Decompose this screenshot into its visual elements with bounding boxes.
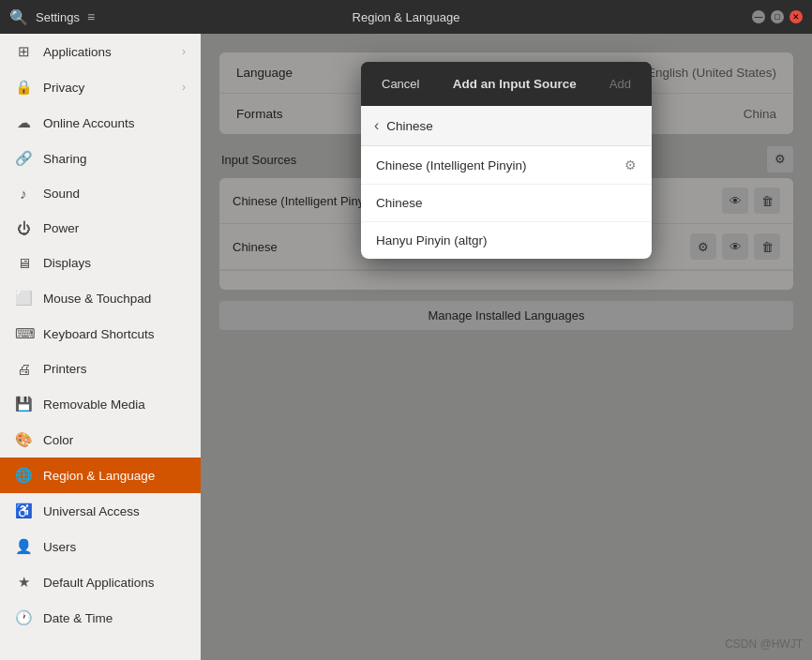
sidebar-item-label: Date & Time: [43, 611, 186, 625]
sidebar: ⊞ Applications › 🔒 Privacy › ☁ Online Ac…: [0, 34, 201, 660]
sidebar-item-label: Default Applications: [43, 576, 186, 590]
sidebar-item-label: Mouse & Touchpad: [43, 292, 186, 306]
keyboard-icon: ⌨: [15, 325, 32, 342]
search-icon[interactable]: 🔍: [9, 8, 28, 26]
sidebar-item-label: Keyboard Shortcuts: [43, 327, 186, 341]
sidebar-item-region-language[interactable]: 🌐 Region & Language: [0, 458, 201, 493]
modal-add-button[interactable]: Add: [602, 73, 639, 95]
sidebar-item-label: Removable Media: [43, 398, 186, 412]
sidebar-item-label: Sharing: [43, 152, 186, 166]
content-area: Language English (United States) Formats…: [201, 34, 812, 660]
sidebar-item-removable-media[interactable]: 💾 Removable Media: [0, 386, 201, 422]
printers-icon: 🖨: [15, 361, 32, 377]
modal-item-label-0: Chinese (Intelligent Pinyin): [376, 158, 527, 172]
region-language-icon: 🌐: [15, 467, 32, 484]
modal-title: Add an Input Source: [434, 77, 594, 91]
sidebar-item-label: Printers: [43, 362, 186, 376]
sidebar-item-keyboard-shortcuts[interactable]: ⌨ Keyboard Shortcuts: [0, 316, 201, 352]
modal-category-title: Chinese: [386, 119, 433, 133]
sidebar-item-date-time[interactable]: 🕐 Date & Time: [0, 600, 201, 636]
main-layout: ⊞ Applications › 🔒 Privacy › ☁ Online Ac…: [0, 34, 812, 660]
universal-access-icon: ♿: [15, 502, 32, 519]
sidebar-item-label: Universal Access: [43, 504, 186, 518]
add-input-source-modal: Cancel Add an Input Source Add ‹ Chinese…: [361, 62, 652, 259]
sidebar-item-sharing[interactable]: 🔗 Sharing: [0, 141, 201, 176]
sidebar-item-label: Online Accounts: [43, 116, 186, 130]
sharing-icon: 🔗: [15, 150, 32, 167]
modal-overlay: Cancel Add an Input Source Add ‹ Chinese…: [201, 34, 812, 660]
minimize-button[interactable]: —: [752, 10, 765, 23]
sidebar-item-label: Color: [43, 433, 186, 447]
sidebar-item-online-accounts[interactable]: ☁ Online Accounts: [0, 105, 201, 141]
gear-icon-0: ⚙: [624, 158, 637, 172]
sidebar-item-default-applications[interactable]: ★ Default Applications: [0, 564, 201, 600]
sound-icon: ♪: [15, 186, 32, 202]
color-icon: 🎨: [15, 431, 32, 448]
displays-icon: 🖥: [15, 255, 32, 271]
modal-back-button[interactable]: ‹: [374, 117, 379, 134]
window-title: Region & Language: [353, 10, 460, 24]
date-time-icon: 🕐: [15, 609, 32, 626]
app-name: Settings: [36, 10, 80, 24]
modal-cancel-button[interactable]: Cancel: [374, 73, 427, 95]
sidebar-item-label: Power: [43, 221, 186, 235]
modal-item-label-1: Chinese: [376, 196, 423, 210]
sidebar-item-label: Users: [43, 540, 186, 554]
window-controls: — □ ✕: [752, 10, 803, 23]
online-accounts-icon: ☁: [15, 114, 32, 131]
power-icon: ⏻: [15, 220, 32, 236]
modal-list-item-2[interactable]: Hanyu Pinyin (altgr): [361, 222, 652, 259]
sidebar-item-applications[interactable]: ⊞ Applications ›: [0, 34, 201, 69]
modal-list-item-1[interactable]: Chinese: [361, 185, 652, 222]
sidebar-item-users[interactable]: 👤 Users: [0, 529, 201, 564]
chevron-right-icon: ›: [182, 45, 186, 58]
sidebar-item-color[interactable]: 🎨 Color: [0, 422, 201, 458]
applications-icon: ⊞: [15, 43, 32, 60]
sidebar-item-privacy[interactable]: 🔒 Privacy ›: [0, 69, 201, 105]
mouse-icon: ⬜: [15, 290, 32, 307]
sidebar-item-mouse-touchpad[interactable]: ⬜ Mouse & Touchpad: [0, 280, 201, 316]
sidebar-item-universal-access[interactable]: ♿ Universal Access: [0, 493, 201, 529]
default-apps-icon: ★: [15, 574, 32, 591]
modal-item-label-2: Hanyu Pinyin (altgr): [376, 233, 488, 248]
menu-icon[interactable]: ≡: [87, 9, 95, 24]
chevron-right-icon: ›: [182, 81, 186, 94]
modal-list-item-0[interactable]: Chinese (Intelligent Pinyin) ⚙: [361, 146, 652, 185]
sidebar-item-label: Applications: [43, 45, 171, 59]
sidebar-item-label: Displays: [43, 256, 186, 270]
modal-body: ‹ Chinese Chinese (Intelligent Pinyin) ⚙…: [361, 106, 652, 259]
close-button[interactable]: ✕: [789, 10, 803, 23]
sidebar-item-label: Sound: [43, 187, 186, 201]
titlebar: 🔍 Settings ≡ Region & Language — □ ✕: [0, 0, 812, 34]
sidebar-item-sound[interactable]: ♪ Sound: [0, 176, 201, 211]
modal-header: Cancel Add an Input Source Add: [361, 62, 652, 106]
sidebar-item-printers[interactable]: 🖨 Printers: [0, 352, 201, 386]
maximize-button[interactable]: □: [771, 10, 784, 23]
sidebar-item-label: Region & Language: [43, 469, 186, 483]
modal-back-row: ‹ Chinese: [361, 106, 652, 146]
titlebar-left: 🔍 Settings ≡: [9, 8, 95, 26]
sidebar-item-displays[interactable]: 🖥 Displays: [0, 246, 201, 280]
removable-media-icon: 💾: [15, 396, 32, 412]
sidebar-item-power[interactable]: ⏻ Power: [0, 211, 201, 246]
sidebar-item-label: Privacy: [43, 81, 171, 95]
privacy-icon: 🔒: [15, 79, 32, 96]
users-icon: 👤: [15, 538, 32, 555]
